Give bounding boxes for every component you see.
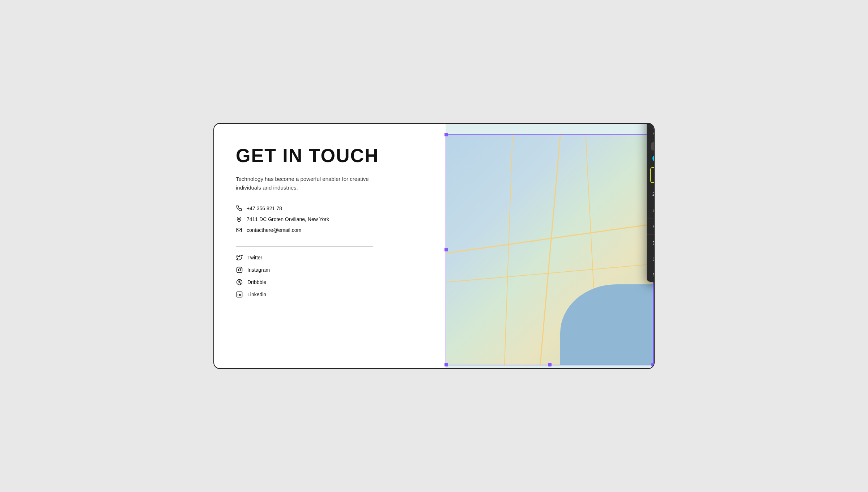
page-description: Technology has become a powerful enabler… bbox=[236, 175, 373, 192]
location-icon bbox=[236, 216, 242, 222]
opacity-row: 100 % bbox=[647, 123, 655, 127]
editor-panel: 100 % Height 1200 px Map ••• Map › Map O… bbox=[647, 123, 655, 282]
svg-point-5 bbox=[237, 280, 242, 285]
social-dribbble[interactable]: Dribbble bbox=[236, 279, 424, 286]
toggle-draggable: Draggable bbox=[647, 235, 655, 251]
show-marker-label: Show Marker bbox=[652, 256, 655, 262]
zoom-buttons-label: Zoom Buttons bbox=[652, 191, 655, 197]
contact-list: +47 356 821 78 7411 DC Groten Orviliane,… bbox=[236, 205, 424, 233]
linkedin-label: Linkedin bbox=[247, 292, 266, 297]
map-visual bbox=[446, 134, 654, 365]
svg-rect-2 bbox=[237, 267, 242, 273]
left-content: GET IN TOUCH Technology has become a pow… bbox=[214, 124, 446, 368]
tab-map[interactable]: Map bbox=[651, 142, 655, 150]
social-list: Twitter Instagram bbox=[236, 254, 424, 298]
tab-row: Map ••• bbox=[647, 140, 655, 153]
map-road bbox=[540, 134, 561, 365]
svg-rect-1 bbox=[237, 228, 241, 232]
toggle-street-button: Street Button bbox=[647, 202, 655, 219]
breadcrumb-map-tag[interactable]: Map bbox=[652, 155, 655, 162]
instagram-icon bbox=[236, 266, 243, 273]
page-title: GET IN TOUCH bbox=[236, 145, 424, 166]
twitter-icon bbox=[236, 254, 243, 261]
map-road bbox=[446, 264, 654, 283]
dribbble-icon bbox=[236, 279, 243, 286]
draggable-label: Draggable bbox=[652, 240, 655, 246]
map-water bbox=[560, 284, 654, 365]
street-button-label: Street Button bbox=[652, 208, 655, 213]
social-linkedin[interactable]: Linkedin bbox=[236, 291, 424, 298]
email-icon bbox=[236, 227, 242, 233]
dribbble-label: Dribbble bbox=[247, 279, 266, 285]
map-container bbox=[446, 134, 654, 365]
svg-point-0 bbox=[238, 218, 240, 220]
height-label: Height bbox=[652, 131, 655, 136]
height-row: Height 1200 px bbox=[647, 127, 655, 140]
fullscreen-button-label: Fullscreen Button bbox=[652, 224, 655, 229]
map-style-label: Map Style bbox=[652, 272, 655, 277]
toggle-show-marker: Show Marker bbox=[647, 251, 655, 267]
breadcrumb: Map › bbox=[647, 153, 655, 164]
main-card: GET IN TOUCH Technology has become a pow… bbox=[213, 123, 655, 369]
toggle-fullscreen-button: Fullscreen Button bbox=[647, 219, 655, 235]
divider bbox=[236, 246, 373, 247]
phone-text: +47 356 821 78 bbox=[247, 205, 282, 211]
toggle-zoom-buttons: Zoom Buttons bbox=[647, 186, 655, 202]
right-area: 100 % Height 1200 px Map ••• Map › Map O… bbox=[446, 124, 654, 368]
map-road bbox=[504, 134, 513, 365]
svg-point-3 bbox=[238, 269, 241, 271]
instagram-label: Instagram bbox=[247, 267, 270, 273]
social-instagram[interactable]: Instagram bbox=[236, 266, 424, 273]
svg-point-4 bbox=[241, 268, 241, 268]
social-twitter[interactable]: Twitter bbox=[236, 254, 424, 261]
location-text: 7411 DC Groten Orviliane, New York bbox=[247, 216, 329, 222]
contact-location: 7411 DC Groten Orviliane, New York bbox=[236, 216, 424, 222]
phone-icon bbox=[236, 205, 242, 212]
linkedin-icon bbox=[236, 291, 243, 298]
contact-phone: +47 356 821 78 bbox=[236, 205, 424, 212]
map-option-header[interactable]: Map Option ∧ bbox=[650, 167, 655, 183]
contact-email: contacthere@email.com bbox=[236, 227, 424, 233]
twitter-label: Twitter bbox=[247, 255, 262, 260]
email-text: contacthere@email.com bbox=[247, 227, 301, 233]
map-style-header[interactable]: Map Style ∨ bbox=[647, 267, 655, 282]
